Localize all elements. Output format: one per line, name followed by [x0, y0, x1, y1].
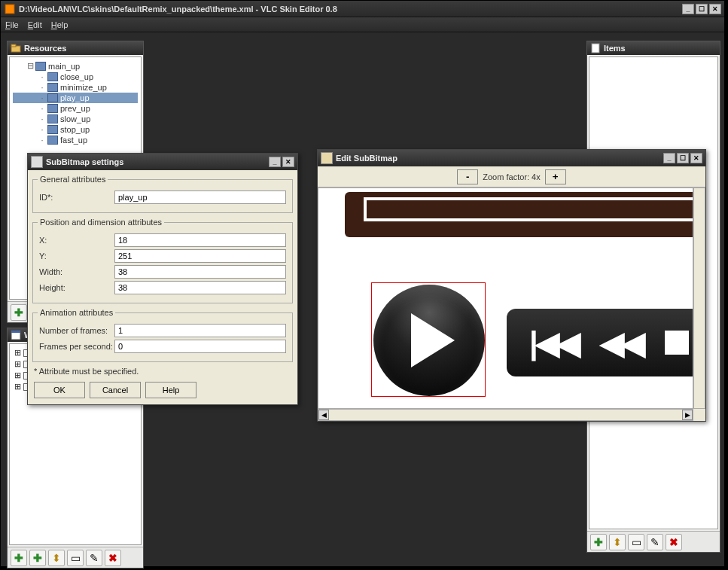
subbitmap-settings-titlebar[interactable]: SubBitmap settings _ ✕ — [28, 154, 297, 170]
stop-icon — [665, 331, 689, 355]
svg-rect-5 — [592, 44, 599, 53]
items-toolbar: ✚ ⬍ ▭ ✎ ✖ — [587, 531, 720, 552]
minimize-button[interactable]: _ — [682, 4, 694, 14]
tree-root-label: main_up — [48, 62, 80, 71]
rewind-icon: ◀◀ — [600, 325, 642, 361]
workspace: Resources ⊟ main_up ·close_up ·minimize_… — [1, 32, 724, 566]
menubar: File Edit Help — [1, 17, 724, 32]
scroll-right-button[interactable]: ▶ — [682, 410, 693, 420]
copy-item-button[interactable]: ▭ — [628, 534, 644, 550]
dialog-icon — [31, 156, 43, 168]
edit-subbitmap-title: Edit SubBitmap — [336, 154, 398, 163]
main-window: D:\VideoLAN\VLC\skins\DefaultRemix_unpac… — [0, 0, 725, 567]
svg-rect-2 — [11, 44, 16, 47]
x-label: X: — [39, 236, 114, 245]
edit-subbitmap-titlebar[interactable]: Edit SubBitmap _ ☐ ✕ — [318, 150, 705, 166]
resources-header: Resources — [8, 41, 143, 55]
vertical-scrollbar[interactable] — [693, 187, 705, 409]
resources-title: Resources — [24, 44, 66, 53]
y-input[interactable] — [114, 249, 286, 263]
prev-icon: |◀◀ — [529, 325, 577, 361]
page-icon — [590, 43, 601, 53]
edit-toolbar: - Zoom factor: 4x + — [318, 166, 705, 187]
app-icon — [4, 3, 16, 15]
subbitmap-settings-dialog: SubBitmap settings _ ✕ General attribute… — [27, 153, 298, 405]
maximize-button[interactable]: ☐ — [696, 4, 708, 14]
zoom-label: Zoom factor: 4x — [483, 172, 540, 181]
height-label: Height: — [39, 283, 114, 292]
java-icon — [321, 152, 333, 164]
add-window-button[interactable]: ✚ — [11, 550, 27, 566]
svg-rect-4 — [11, 331, 20, 333]
preview-container: |◀◀ ◀◀ ◀ ▶ — [318, 187, 705, 421]
edit-minimize-button[interactable]: _ — [663, 153, 675, 163]
legend-position: Position and dimension attributes — [38, 218, 164, 227]
play-button-graphic — [373, 285, 485, 396]
play-icon — [411, 313, 455, 367]
cancel-button[interactable]: Cancel — [90, 382, 141, 398]
move-up-button[interactable]: ⬍ — [48, 550, 65, 566]
tree-item[interactable]: ·stop_up — [13, 124, 138, 135]
help-button[interactable]: Help — [145, 382, 196, 398]
tree-item[interactable]: ·close_up — [13, 72, 138, 82]
zoom-out-button[interactable]: - — [457, 169, 478, 184]
menu-edit[interactable]: Edit — [28, 20, 42, 29]
width-label: Width: — [39, 267, 114, 276]
subbitmap-settings-body: General attributes ID*: Position and dim… — [28, 170, 297, 404]
tree-item-selected[interactable]: ·play_up — [13, 93, 138, 103]
preview-viewport[interactable]: |◀◀ ◀◀ — [318, 187, 693, 409]
items-title: Items — [604, 44, 626, 53]
frames-input[interactable] — [114, 324, 286, 337]
preview-content: |◀◀ ◀◀ — [318, 188, 693, 408]
fps-input[interactable] — [114, 340, 286, 353]
tree-root[interactable]: ⊟ main_up — [13, 60, 138, 72]
x-input[interactable] — [114, 233, 286, 247]
edit-button[interactable]: ✎ — [86, 550, 102, 566]
dialog-close-button[interactable]: ✕ — [282, 157, 294, 167]
windows-toolbar: ✚ ✚ ⬍ ▭ ✎ ✖ — [8, 547, 143, 568]
edit-maximize-button[interactable]: ☐ — [677, 153, 689, 163]
add-layout-button[interactable]: ✚ — [29, 550, 46, 566]
edit-close-button[interactable]: ✕ — [690, 153, 702, 163]
selection-rect[interactable] — [371, 282, 486, 397]
menu-help[interactable]: Help — [51, 20, 69, 29]
preview-slider-outline — [364, 197, 693, 221]
legend-animation: Animation attributes — [38, 308, 115, 317]
copy-button[interactable]: ▭ — [67, 550, 84, 566]
fps-label: Frames per second: — [39, 342, 114, 351]
items-header: Items — [587, 41, 720, 55]
move-item-button[interactable]: ⬍ — [609, 534, 626, 550]
menu-file[interactable]: File — [5, 20, 19, 29]
scroll-left-button[interactable]: ◀ — [318, 410, 329, 420]
required-note: * Attribute must be specified. — [34, 367, 291, 376]
add-item-button[interactable]: ✚ — [590, 534, 607, 550]
preview-control-bar: |◀◀ ◀◀ — [507, 309, 693, 376]
y-label: Y: — [39, 251, 114, 261]
frames-label: Number of frames: — [39, 326, 114, 335]
subbitmap-settings-title: SubBitmap settings — [46, 157, 123, 166]
close-button[interactable]: ✕ — [709, 4, 721, 14]
zoom-in-button[interactable]: + — [545, 169, 566, 184]
add-button[interactable]: ✚ — [11, 304, 27, 321]
tree-item[interactable]: ·prev_up — [13, 103, 138, 114]
svg-rect-0 — [5, 5, 14, 14]
tree-item[interactable]: ·fast_up — [13, 135, 138, 145]
height-input[interactable] — [114, 281, 286, 294]
delete-item-button[interactable]: ✖ — [666, 534, 682, 550]
dialog-minimize-button[interactable]: _ — [269, 157, 281, 167]
id-input[interactable] — [114, 191, 286, 204]
ok-button[interactable]: OK — [34, 382, 85, 398]
width-input[interactable] — [114, 265, 286, 279]
horizontal-scrollbar[interactable]: ◀ ▶ — [318, 409, 693, 421]
tree-item[interactable]: ·minimize_up — [13, 82, 138, 93]
main-title: D:\VideoLAN\VLC\skins\DefaultRemix_unpac… — [19, 5, 337, 14]
window-icon — [11, 330, 21, 340]
delete-button[interactable]: ✖ — [105, 550, 121, 566]
legend-general: General attributes — [38, 175, 108, 184]
edit-subbitmap-dialog: Edit SubBitmap _ ☐ ✕ - Zoom factor: 4x + — [317, 149, 706, 422]
folder-icon — [11, 43, 21, 53]
tree-item[interactable]: ·slow_up — [13, 114, 138, 124]
edit-item-button[interactable]: ✎ — [647, 534, 663, 550]
id-label: ID*: — [39, 193, 114, 202]
main-titlebar: D:\VideoLAN\VLC\skins\DefaultRemix_unpac… — [1, 1, 724, 17]
